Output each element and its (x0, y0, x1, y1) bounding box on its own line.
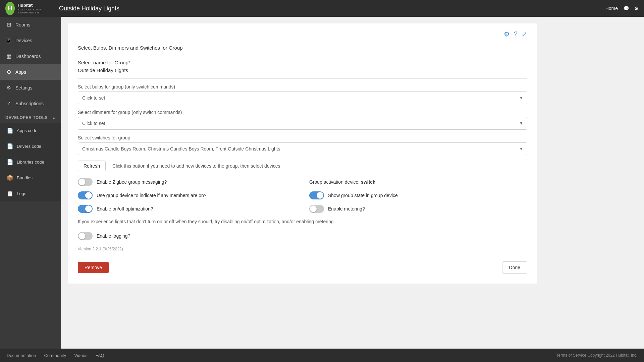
metering-toggle-knob (310, 205, 317, 212)
group-activation-label: Group activation device: (309, 179, 360, 185)
refresh-button[interactable]: Refresh (78, 161, 106, 171)
gear-icon[interactable]: ⚙ (504, 30, 510, 38)
optimization-toggle-knob (85, 205, 92, 212)
sidebar-item-apps-code[interactable]: 📄 Apps code (0, 123, 61, 138)
sidebar-item-libraries-code[interactable]: 📄 Libraries code (0, 154, 61, 170)
developer-chevron-icon: ▲ (52, 116, 56, 120)
dimmers-select[interactable]: Click to set (78, 117, 527, 130)
drivers-code-icon: 📄 (7, 143, 13, 149)
sidebar-item-label: Libraries code (17, 160, 44, 165)
dimmers-label: Select dimmers for group (only switch co… (78, 110, 527, 115)
name-value: Outside Holiday Lights (78, 67, 527, 73)
sidebar-item-subscriptions[interactable]: ✓ Subscriptions (0, 96, 61, 111)
switches-select[interactable]: Christmas Candle Boys Room, Christmas Ca… (78, 142, 527, 155)
sidebar-item-rooms[interactable]: ⊞ Rooms (0, 17, 61, 33)
group-state-toggle[interactable] (309, 191, 324, 199)
developer-sub: 📄 Apps code 📄 Drivers code 📄 Libraries c… (0, 123, 61, 201)
refresh-hint: Click this button if you need to add new… (112, 163, 280, 169)
bulbs-select-wrapper: Click to set ▼ (78, 92, 527, 104)
divider-1 (78, 54, 527, 54)
refresh-row: Refresh Click this button if you need to… (78, 161, 527, 171)
sidebar-item-drivers-code[interactable]: 📄 Drivers code (0, 138, 61, 154)
footer-faq-link[interactable]: FAQ (96, 353, 104, 358)
zigbee-toggle[interactable] (78, 178, 93, 186)
optimization-hint: If you experience lights that don't turn… (78, 218, 527, 225)
footer-community-link[interactable]: Community (44, 353, 66, 358)
zigbee-label: Enable Zigbee group messaging? (97, 179, 167, 185)
app-card: ⚙ ? ⤢ Select Bulbs, Dimmers and Switches… (68, 23, 537, 284)
apps-code-icon: 📄 (7, 127, 13, 134)
sidebar-item-devices[interactable]: 📱 Devices (0, 33, 61, 48)
group-device-toggle-knob (85, 192, 92, 199)
logging-toggle[interactable] (78, 232, 93, 240)
sidebar-item-label: Apps (15, 69, 26, 75)
bulbs-select[interactable]: Click to set (78, 92, 527, 104)
remove-button[interactable]: Remove (78, 262, 109, 273)
apps-icon: ⊕ (5, 69, 12, 75)
logging-row: Enable logging? (78, 232, 527, 240)
sidebar-item-label: Logs (17, 191, 26, 196)
bulbs-label: Select bulbs for group (only switch comm… (78, 84, 527, 89)
developer-tools-header[interactable]: Developer tools ▲ (0, 111, 61, 123)
footer-copyright: Terms of Service Copyright 2022 Hubitat,… (556, 353, 637, 358)
group-state-label: Show group state in group device (328, 193, 398, 198)
fullscreen-icon[interactable]: ⤢ (522, 30, 527, 38)
sidebar-item-label: Rooms (15, 22, 30, 27)
devices-icon: 📱 (5, 37, 12, 44)
sidebar-item-apps[interactable]: ⊕ Apps (0, 64, 61, 80)
group-state-toggle-row: Show group state in group device (309, 191, 527, 199)
notifications-icon[interactable]: 💬 (623, 6, 629, 11)
logo-sub: ELEVATE YOUR ENVIRONMENT (17, 8, 52, 14)
libraries-code-icon: 📄 (7, 159, 13, 165)
group-state-toggle-knob (317, 192, 323, 199)
switches-label: Select switches for group (78, 135, 527, 140)
group-device-toggle-row: Use group device to indicate if any memb… (78, 191, 296, 199)
top-nav-right: Home 💬 ⚙ (605, 6, 639, 11)
sidebar-item-label: Subscriptions (15, 101, 44, 106)
group-device-toggle[interactable] (78, 191, 93, 199)
switches-select-wrapper: Christmas Candle Boys Room, Christmas Ca… (78, 142, 527, 155)
footer-videos-link[interactable]: Videos (74, 353, 88, 358)
group-activation-row: Group activation device: switch (309, 178, 527, 186)
sidebar-item-logs[interactable]: 📋 Logs (0, 186, 61, 201)
actions-row: Remove Done (78, 261, 527, 274)
sidebar-item-label: Drivers code (17, 144, 41, 149)
sidebar-item-label: Devices (15, 38, 32, 43)
optimization-toggle-row: Enable on/off optimization? (78, 205, 296, 213)
optimization-label: Enable on/off optimization? (97, 206, 153, 212)
metering-toggle-row: Enable metering? (309, 205, 527, 213)
zigbee-toggle-row: Enable Zigbee group messaging? (78, 178, 296, 186)
footer-documentation-link[interactable]: Documentation (7, 353, 36, 358)
user-icon[interactable]: ⚙ (634, 6, 639, 11)
sidebar-item-dashboards[interactable]: ▦ Dashboards (0, 48, 61, 64)
options-grid: Enable Zigbee group messaging? Group act… (78, 178, 527, 213)
sidebar-item-settings[interactable]: ⚙ Settings (0, 80, 61, 96)
content-area: ⚙ ? ⤢ Select Bulbs, Dimmers and Switches… (61, 17, 644, 349)
sidebar-item-label: Dashboards (15, 54, 41, 59)
help-icon[interactable]: ? (514, 30, 518, 38)
home-link[interactable]: Home (605, 6, 618, 11)
optimization-toggle[interactable] (78, 205, 93, 213)
bundles-icon: 📦 (7, 175, 13, 181)
logging-label: Enable logging? (97, 233, 130, 239)
sidebar: ⊞ Rooms 📱 Devices ▦ Dashboards ⊕ Apps ⚙ … (0, 17, 61, 349)
dashboards-icon: ▦ (5, 53, 12, 59)
logo-icon: H (5, 2, 15, 15)
footer: Documentation Community Videos FAQ Terms… (0, 349, 644, 362)
logo-text: Hubitat (17, 3, 52, 8)
settings-icon: ⚙ (5, 84, 12, 91)
developer-tools-label: Developer tools (5, 115, 48, 120)
group-device-label: Use group device to indicate if any memb… (97, 193, 207, 198)
sidebar-item-label: Settings (15, 85, 33, 90)
done-button[interactable]: Done (502, 261, 527, 274)
logs-icon: 📋 (7, 190, 13, 197)
dimmers-select-wrapper: Click to set ▼ (78, 117, 527, 130)
group-activation-value: switch (361, 179, 376, 185)
metering-label: Enable metering? (328, 206, 365, 212)
sidebar-item-label: Apps code (17, 128, 37, 133)
logging-toggle-knob (78, 233, 85, 239)
form-heading: Select Bulbs, Dimmers and Switches for G… (78, 45, 527, 51)
logo[interactable]: H Hubitat ELEVATE YOUR ENVIRONMENT (5, 2, 52, 15)
sidebar-item-bundles[interactable]: 📦 Bundles (0, 170, 61, 186)
metering-toggle[interactable] (309, 205, 324, 213)
